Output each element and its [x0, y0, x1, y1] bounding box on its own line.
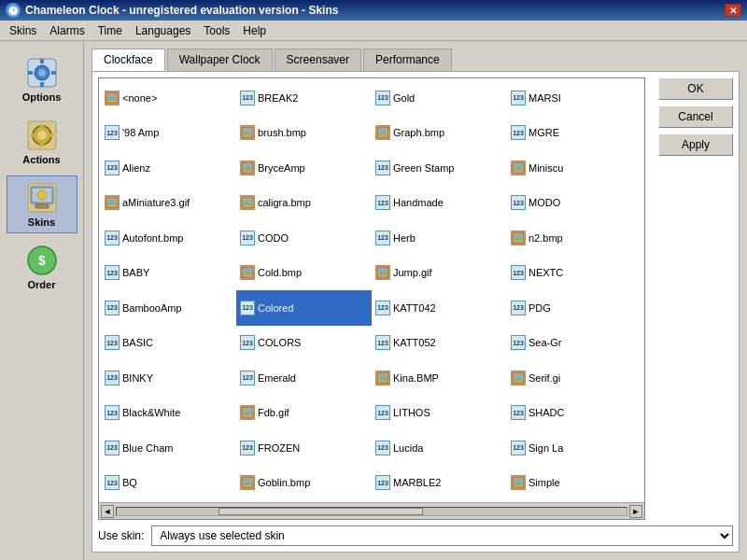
- skin-icon-img: [240, 265, 255, 280]
- list-item[interactable]: <none>: [101, 80, 236, 116]
- list-item[interactable]: 123Lucida: [372, 430, 507, 466]
- list-item[interactable]: Miniscu: [507, 150, 642, 186]
- list-item[interactable]: 123FROZEN: [236, 430, 372, 466]
- list-item[interactable]: Graph.bmp: [372, 116, 507, 151]
- skin-list-wrapper: <none>123BREAK2123Gold123MARSI123'98 Amp…: [98, 77, 733, 520]
- skin-name: MARSI: [529, 92, 561, 104]
- skin-icon-123: 123: [105, 371, 120, 385]
- sidebar-item-skins[interactable]: Skins: [7, 175, 78, 233]
- list-item[interactable]: 123BINKY: [101, 360, 236, 396]
- list-item[interactable]: 123BambooAmp: [101, 290, 236, 326]
- list-item[interactable]: 123COLORS: [236, 326, 372, 361]
- skin-name: Green Stamp: [393, 162, 454, 174]
- list-item[interactable]: 123Colored: [236, 290, 372, 326]
- list-item[interactable]: Serif.gi: [507, 360, 642, 396]
- menu-skins[interactable]: Skins: [4, 22, 42, 39]
- list-item[interactable]: 123NEXTC: [507, 256, 642, 291]
- list-item[interactable]: 123BASIC: [101, 326, 236, 361]
- list-item[interactable]: Kina.BMP: [372, 360, 507, 396]
- list-item[interactable]: 123Green Stamp: [372, 150, 507, 186]
- menu-alarms[interactable]: Alarms: [44, 22, 90, 39]
- list-item[interactable]: 123Sign La: [507, 430, 642, 466]
- list-item[interactable]: Simple: [507, 466, 642, 501]
- skin-name: BambooAmp: [122, 302, 182, 314]
- list-item[interactable]: 123Gold: [372, 80, 507, 116]
- list-item[interactable]: 123Herb: [372, 220, 507, 256]
- horizontal-scrollbar[interactable]: ◄ ►: [99, 502, 644, 519]
- skin-icon-123: 123: [240, 231, 255, 245]
- tab-screensaver[interactable]: Screensaver: [275, 49, 361, 71]
- sidebar-item-order[interactable]: $ Order: [7, 238, 78, 296]
- menu-tools[interactable]: Tools: [198, 22, 235, 39]
- apply-button[interactable]: Apply: [658, 133, 733, 156]
- menu-help[interactable]: Help: [237, 22, 272, 39]
- skin-icon-123: 123: [375, 231, 390, 245]
- scroll-left-arrow[interactable]: ◄: [101, 505, 114, 518]
- list-item[interactable]: 123CODO: [236, 220, 372, 256]
- skin-icon-123: 123: [375, 301, 390, 315]
- list-item[interactable]: Cold.bmp: [236, 256, 372, 291]
- list-item[interactable]: 123Autofont.bmp: [101, 220, 236, 256]
- ok-button[interactable]: OK: [658, 77, 733, 100]
- list-item[interactable]: aMiniature3.gif: [101, 186, 236, 221]
- skin-list-container[interactable]: <none>123BREAK2123Gold123MARSI123'98 Amp…: [98, 77, 645, 520]
- list-item[interactable]: Fdb.gif: [236, 396, 372, 431]
- list-item[interactable]: 123Blue Cham: [101, 430, 236, 466]
- list-item[interactable]: 123LITHOS: [372, 396, 507, 431]
- list-item[interactable]: 123Sea-Gr: [507, 326, 642, 361]
- list-item[interactable]: 123BREAK2: [236, 80, 372, 116]
- use-skin-label: Use skin:: [98, 529, 144, 542]
- use-skin-select[interactable]: Always use selected skinUse random skinU…: [151, 525, 733, 546]
- menu-languages[interactable]: Languages: [130, 22, 196, 39]
- skin-name: Jump.gif: [393, 267, 432, 278]
- list-item[interactable]: 123MODO: [507, 186, 642, 221]
- sidebar-item-options[interactable]: Options: [7, 50, 78, 108]
- skin-name: MARBLE2: [393, 477, 441, 488]
- skin-name: Fdb.gif: [258, 407, 289, 418]
- app-icon: 🕐: [6, 3, 21, 18]
- skins-icon: [25, 181, 59, 215]
- list-item[interactable]: caligra.bmp: [236, 186, 372, 221]
- skin-name: Alienz: [122, 162, 150, 174]
- scroll-thumb[interactable]: [218, 508, 422, 515]
- list-item[interactable]: Jump.gif: [372, 256, 507, 291]
- skin-icon-123: 123: [105, 441, 120, 455]
- sidebar: Options Actions: [0, 41, 84, 560]
- list-item[interactable]: 123KATT052: [372, 326, 507, 361]
- list-item[interactable]: 123Alienz: [101, 150, 236, 186]
- list-item[interactable]: 123PDG: [507, 290, 642, 326]
- menu-time[interactable]: Time: [92, 22, 128, 39]
- scroll-track[interactable]: [116, 507, 627, 516]
- list-item[interactable]: 123SHADC: [507, 396, 642, 431]
- close-button[interactable]: ✕: [725, 4, 741, 17]
- list-item[interactable]: 123BQ: [101, 466, 236, 501]
- tab-performance[interactable]: Performance: [363, 49, 452, 71]
- list-item[interactable]: 123KATT042: [372, 290, 507, 326]
- skin-icon-img: [375, 265, 390, 280]
- cancel-button[interactable]: Cancel: [658, 105, 733, 128]
- skin-icon-123: 123: [511, 125, 526, 140]
- scroll-right-arrow[interactable]: ►: [629, 505, 642, 518]
- list-item[interactable]: 123MARSI: [507, 80, 642, 116]
- list-item[interactable]: 123'98 Amp: [101, 116, 236, 151]
- list-item[interactable]: 123Handmade: [372, 186, 507, 221]
- tab-clockface[interactable]: Clockface: [92, 49, 165, 71]
- list-item[interactable]: n2.bmp: [507, 220, 642, 256]
- list-item[interactable]: 123MARBLE2: [372, 466, 507, 501]
- skin-grid: <none>123BREAK2123Gold123MARSI123'98 Amp…: [99, 78, 644, 502]
- list-item[interactable]: 123MGRE: [507, 116, 642, 151]
- skin-icon-img: [511, 161, 526, 175]
- list-item[interactable]: brush.bmp: [236, 116, 372, 151]
- list-item[interactable]: 123Black&White: [101, 396, 236, 431]
- sidebar-actions-label: Actions: [22, 154, 60, 165]
- tab-wallpaper[interactable]: Wallpaper Clock: [167, 49, 273, 71]
- sidebar-item-actions[interactable]: Actions: [7, 113, 78, 171]
- list-item[interactable]: BryceAmp: [236, 150, 372, 186]
- skin-name: FROZEN: [258, 442, 300, 454]
- list-item[interactable]: 123BABY: [101, 256, 236, 291]
- list-item[interactable]: 123Emerald: [236, 360, 372, 396]
- list-item[interactable]: Goblin.bmp: [236, 466, 372, 501]
- skin-icon-123: 123: [511, 405, 526, 420]
- skin-name: BASIC: [122, 337, 153, 348]
- side-buttons: OK Cancel Apply: [658, 77, 733, 520]
